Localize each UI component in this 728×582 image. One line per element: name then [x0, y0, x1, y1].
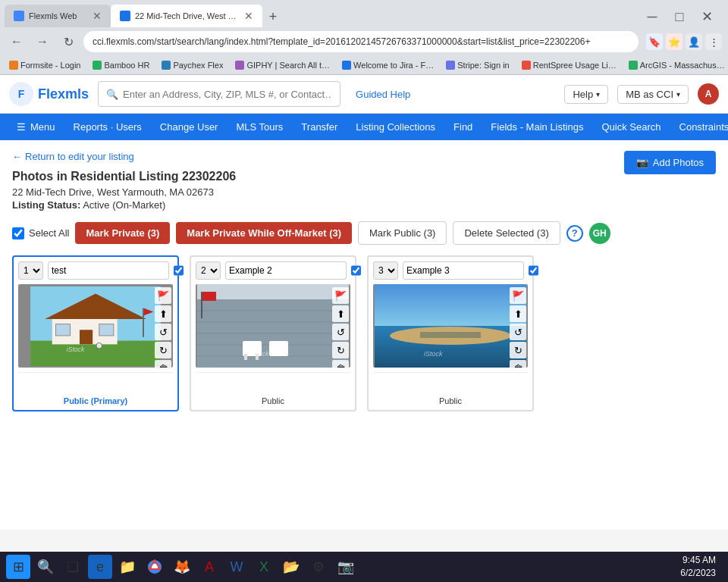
- delete-selected-button[interactable]: Delete Selected (3): [453, 221, 560, 245]
- photo-image-3: iStock: [375, 284, 526, 368]
- photo-image-1: iStock: [27, 286, 164, 366]
- new-tab-button[interactable]: +: [262, 6, 284, 27]
- app-container: F Flexmls 🔍 Guided Help Help ▾ MB as CCI…: [0, 75, 728, 530]
- minimize-button[interactable]: ─: [642, 6, 663, 27]
- menu-item-listing-collections[interactable]: Listing Collections: [348, 114, 443, 140]
- photo-name-input-3[interactable]: [403, 261, 524, 280]
- address-input[interactable]: [83, 31, 639, 52]
- nav-right: Help ▾ MB as CCI ▾ A: [564, 83, 719, 105]
- toolbar-help-icon[interactable]: ?: [566, 225, 583, 242]
- search-box[interactable]: 🔍: [98, 81, 340, 107]
- bookmark-favicon-paychex: [162, 61, 171, 70]
- menu-item-reports-users[interactable]: Reports · Users: [66, 114, 149, 140]
- browser-tab-1[interactable]: Flexmls Web ✕: [5, 5, 111, 27]
- photo-flag-btn-2[interactable]: 🚩: [332, 287, 349, 304]
- photo-delete-btn-1[interactable]: 🗑: [155, 360, 171, 368]
- photo-name-input-2[interactable]: [225, 261, 347, 280]
- photo-order-select-1[interactable]: 123: [18, 261, 43, 280]
- menu-item-transfer[interactable]: Transfer: [293, 114, 345, 140]
- menu-item-fields[interactable]: Fields - Main Listings: [483, 114, 591, 140]
- menu-bar: ☰ Menu Reports · Users Change User MLS T…: [0, 114, 728, 140]
- photo-image-area-1: iStock 🚩 ⬆ ↺ ↻ 🗑: [18, 284, 173, 368]
- photo-image-2: iStock: [197, 284, 349, 368]
- menu-item-constraints[interactable]: Constraints: [672, 114, 728, 140]
- tab-label-1: Flexmls Web: [29, 11, 88, 20]
- guided-help-link[interactable]: Guided Help: [356, 89, 410, 100]
- menu-item-find[interactable]: Find: [446, 114, 480, 140]
- ext-icon-3[interactable]: 👤: [686, 33, 702, 50]
- photo-rotate-right-btn-2[interactable]: ↻: [332, 342, 349, 358]
- ext-icon-1[interactable]: 🔖: [646, 33, 663, 50]
- svg-point-10: [96, 343, 102, 349]
- back-link[interactable]: ← Return to edit your listing: [12, 151, 236, 162]
- photo-upload-btn-3[interactable]: ⬆: [510, 305, 526, 322]
- ext-icon-4[interactable]: ⋮: [705, 33, 722, 50]
- photo-rotate-right-btn-3[interactable]: ↻: [510, 342, 526, 358]
- logo-area: F Flexmls: [9, 82, 89, 106]
- mark-private-button[interactable]: Mark Private (3): [75, 222, 170, 244]
- photo-checkbox-3[interactable]: [529, 264, 538, 277]
- photo-name-input-1[interactable]: [48, 261, 169, 280]
- back-button[interactable]: ←: [6, 31, 27, 52]
- photo-upload-btn-2[interactable]: ⬆: [332, 305, 349, 322]
- photo-toolbar: Select All Mark Private (3) Mark Private…: [12, 221, 716, 245]
- photo-rotate-left-btn-1[interactable]: ↺: [155, 324, 171, 340]
- profile-avatar[interactable]: A: [698, 83, 719, 105]
- bookmark-arcgis[interactable]: ArcGIS - Massachus…: [626, 59, 728, 71]
- bookmark-bamboo[interactable]: Bamboo HR: [89, 59, 152, 71]
- global-search-input[interactable]: [123, 89, 332, 100]
- extension-icons: 🔖 ⭐ 👤 ⋮: [646, 33, 722, 50]
- bookmark-favicon-bamboo: [93, 61, 102, 70]
- mls-badge[interactable]: MB as CCI ▾: [617, 85, 689, 104]
- photo-flag-btn-3[interactable]: 🚩: [510, 287, 526, 304]
- browser-window: Flexmls Web ✕ 22 Mid-Tech Drive, West Ya…: [0, 0, 728, 530]
- photo-flag-btn-1[interactable]: 🚩: [155, 287, 171, 304]
- photo-order-select-2[interactable]: 123: [196, 261, 221, 280]
- page-address: 22 Mid-Tech Drive, West Yarmouth, MA 026…: [12, 186, 236, 198]
- photo-order-select-3[interactable]: 123: [373, 261, 398, 280]
- add-photos-button[interactable]: 📷 Add Photos: [624, 151, 716, 174]
- photo-delete-btn-2[interactable]: 🗑: [332, 360, 349, 368]
- bookmark-formsite[interactable]: Formsite - Login: [6, 59, 83, 71]
- photo-rotate-left-btn-3[interactable]: ↺: [510, 324, 526, 340]
- photo-checkbox-2[interactable]: [351, 264, 361, 277]
- close-button[interactable]: ✕: [696, 6, 717, 27]
- help-button[interactable]: Help ▾: [564, 85, 608, 104]
- photo-rotate-right-btn-1[interactable]: ↻: [155, 342, 171, 358]
- forward-button[interactable]: →: [32, 31, 53, 52]
- tab-close-2[interactable]: ✕: [244, 11, 253, 21]
- svg-rect-6: [99, 324, 114, 335]
- maximize-button[interactable]: □: [669, 6, 690, 27]
- menu-item-quick-search[interactable]: Quick Search: [594, 114, 668, 140]
- menu-item-change-user[interactable]: Change User: [152, 114, 226, 140]
- photo-caption-area-1: [18, 372, 173, 393]
- bookmark-jira[interactable]: Welcome to Jira - F…: [339, 59, 437, 71]
- photo-rotate-left-btn-2[interactable]: ↺: [332, 324, 349, 340]
- bookmark-rentspree[interactable]: RentSpree Usage Li…: [519, 59, 620, 71]
- status-value: Active (On-Market): [83, 199, 165, 211]
- browser-tab-2[interactable]: 22 Mid-Tech Drive, West Yarmo… ✕: [111, 5, 262, 27]
- menu-hamburger[interactable]: ☰ Menu: [9, 114, 63, 140]
- back-arrow-icon: ←: [12, 151, 22, 162]
- mark-public-button[interactable]: Mark Public (3): [358, 221, 447, 245]
- bookmark-stripe[interactable]: Stripe: Sign in: [443, 59, 512, 71]
- photo-checkbox-1[interactable]: [174, 264, 184, 277]
- mark-private-offmarket-button[interactable]: Mark Private While Off-Market (3): [176, 222, 352, 244]
- tab-close-1[interactable]: ✕: [93, 11, 102, 21]
- select-all-checkbox[interactable]: [12, 227, 24, 239]
- search-icon: 🔍: [106, 89, 118, 100]
- bookmark-giphy[interactable]: GIPHY | Search All t…: [232, 59, 333, 71]
- photo-upload-btn-1[interactable]: ⬆: [155, 305, 171, 322]
- menu-item-mls-tours[interactable]: MLS Tours: [228, 114, 290, 140]
- content-area: ← Return to edit your listing Photos in …: [0, 140, 728, 422]
- mls-label: MB as CCI: [626, 89, 673, 100]
- select-all-container: Select All: [12, 227, 69, 239]
- photo-card-2-header: 123: [196, 261, 350, 280]
- bookmark-paychex[interactable]: Paychex Flex: [158, 59, 226, 71]
- reload-button[interactable]: ↻: [58, 31, 79, 52]
- bookmark-favicon-jira: [342, 61, 351, 70]
- ext-icon-2[interactable]: ⭐: [666, 33, 682, 50]
- bookmark-favicon-arcgis: [629, 61, 638, 70]
- hamburger-icon: ☰: [17, 121, 26, 133]
- photo-delete-btn-3[interactable]: 🗑: [510, 360, 526, 368]
